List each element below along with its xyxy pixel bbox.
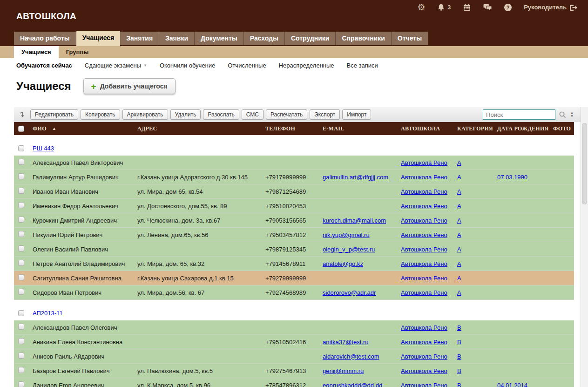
cat-link[interactable]: В bbox=[457, 367, 461, 374]
scrollbar-thumb[interactable] bbox=[582, 123, 587, 204]
email-link[interactable]: galimullin.art@dfgjjj.com bbox=[323, 174, 388, 181]
row-checkbox[interactable] bbox=[18, 274, 24, 280]
table-row[interactable]: Курочкин Дмитрий Андреевичул. Челюскина,… bbox=[14, 213, 574, 228]
school-link[interactable]: Автошкола Рено bbox=[401, 275, 447, 282]
cat-link[interactable]: В bbox=[457, 382, 461, 387]
sub-tab-0[interactable]: Учащиеся bbox=[14, 46, 59, 58]
school-link[interactable]: Автошкола Рено bbox=[401, 339, 447, 346]
column-header-addr[interactable]: АДРЕС bbox=[137, 125, 265, 132]
toolbar-button-5[interactable]: СМС bbox=[242, 109, 264, 120]
cat-link[interactable]: А bbox=[457, 275, 461, 282]
cat-link[interactable]: В bbox=[457, 324, 461, 331]
school-link[interactable]: Автошкола Рено bbox=[401, 324, 447, 331]
column-header-dob[interactable]: ДАТА РОЖДЕНИЯ bbox=[497, 125, 553, 132]
toolbar-button-1[interactable]: Копировать bbox=[81, 109, 120, 120]
table-row[interactable]: Олегин Василий Павлович+79879125345olegi… bbox=[14, 242, 574, 257]
cat-link[interactable]: А bbox=[457, 289, 461, 296]
table-row[interactable]: Базаров Евгений Павловичул. Павлюхина, д… bbox=[14, 364, 574, 378]
school-link[interactable]: Автошкола Рено bbox=[401, 203, 447, 210]
cat-link[interactable]: А bbox=[457, 231, 461, 238]
toolbar-button-8[interactable]: Импорт bbox=[342, 109, 371, 120]
row-checkbox[interactable] bbox=[18, 231, 24, 237]
table-row[interactable]: Аникина Елена Константиновна+79510502416… bbox=[14, 335, 574, 349]
table-row[interactable]: Анисов Раиль Айдаровичaidarovich@test.co… bbox=[14, 349, 574, 364]
table-row[interactable]: Именикин Федор Анатольевичул. Достоевско… bbox=[14, 199, 574, 213]
nav-tab-5[interactable]: Расходы bbox=[244, 32, 285, 45]
column-header-phone[interactable]: ТЕЛЕФОН bbox=[265, 125, 323, 132]
email-link[interactable]: sidororovo@adr.adr bbox=[323, 289, 376, 296]
select-all-checkbox[interactable] bbox=[18, 126, 24, 132]
scroll-to-top-bottom-control[interactable]: ▲ ▼ bbox=[570, 111, 574, 118]
nav-tab-3[interactable]: Заявки bbox=[159, 32, 195, 45]
school-link[interactable]: Автошкола Рено bbox=[401, 188, 447, 195]
email-link[interactable]: genii@mmm.ru bbox=[323, 367, 364, 374]
dob-link[interactable]: 07.03.1990 bbox=[497, 174, 527, 181]
group-link[interactable]: РШ 443 bbox=[33, 145, 54, 152]
school-link[interactable]: Автошкола Рено bbox=[401, 174, 447, 181]
column-header-photo[interactable]: ФОТО bbox=[553, 125, 574, 132]
school-link[interactable]: Автошкола Рено bbox=[401, 353, 447, 360]
cat-link[interactable]: А bbox=[457, 217, 461, 224]
column-header-fio[interactable]: ФИО▲ bbox=[33, 125, 137, 132]
vertical-scrollbar[interactable] bbox=[581, 107, 588, 387]
column-header-school[interactable]: АВТОШКОЛА bbox=[401, 125, 457, 132]
filter-5[interactable]: Все записи bbox=[347, 62, 378, 69]
email-link[interactable]: olegin_v_p@test.ru bbox=[323, 246, 375, 253]
table-row[interactable]: Александров Павел ОлеговичАвтошкола Рено… bbox=[14, 320, 574, 335]
email-link[interactable]: anatole@go.kz bbox=[323, 260, 363, 267]
row-checkbox[interactable] bbox=[18, 159, 24, 165]
school-link[interactable]: Автошкола Рено bbox=[401, 289, 447, 296]
group-checkbox[interactable] bbox=[18, 310, 24, 316]
cat-link[interactable]: А bbox=[457, 260, 461, 267]
cat-link[interactable]: А bbox=[457, 203, 461, 210]
table-row[interactable]: Петров Анатолий Владимировичул. Мира, до… bbox=[14, 257, 574, 271]
table-row[interactable]: Сидоров Иван Петровичул. Мира, дом.56, к… bbox=[14, 285, 574, 300]
search-icon[interactable] bbox=[559, 111, 567, 119]
school-link[interactable]: Автошкола Рено bbox=[401, 159, 447, 166]
search-input[interactable] bbox=[483, 109, 555, 120]
row-checkbox[interactable] bbox=[18, 353, 24, 359]
toolbar-button-2[interactable]: Архивировать bbox=[122, 109, 168, 120]
cat-link[interactable]: А bbox=[457, 159, 461, 166]
cat-link[interactable]: А bbox=[457, 246, 461, 253]
sub-tab-1[interactable]: Группы bbox=[59, 46, 96, 58]
table-row[interactable]: Сагитуллина Сания Рашитовнаг.Казань улиц… bbox=[14, 271, 574, 285]
column-header-email[interactable]: E-MAIL bbox=[323, 125, 401, 132]
calendar-icon[interactable] bbox=[463, 3, 471, 12]
row-checkbox[interactable] bbox=[18, 367, 24, 373]
group-checkbox[interactable] bbox=[18, 145, 24, 151]
dob-link[interactable]: 04.01.2014 bbox=[497, 382, 527, 387]
add-student-button[interactable]: + Добавить учащегося bbox=[83, 78, 176, 94]
cat-link[interactable]: А bbox=[457, 188, 461, 195]
email-link[interactable]: aidarovich@test.com bbox=[323, 353, 379, 360]
row-checkbox[interactable] bbox=[18, 173, 24, 179]
table-row[interactable]: Никулин Юрий Петровичул. Ленина, дом.65,… bbox=[14, 228, 574, 242]
nav-tab-8[interactable]: Отчеты bbox=[392, 32, 428, 45]
row-checkbox[interactable] bbox=[18, 260, 24, 266]
collapse-toolbar-icon[interactable] bbox=[19, 111, 25, 118]
nav-tab-0[interactable]: Начало работы bbox=[14, 32, 76, 45]
column-header-cat[interactable]: КАТЕГОРИЯ bbox=[457, 125, 497, 132]
school-link[interactable]: Автошкола Рено bbox=[401, 246, 447, 253]
cat-link[interactable]: В bbox=[457, 339, 461, 346]
toolbar-button-6[interactable]: Распечатать bbox=[266, 109, 307, 120]
cat-link[interactable]: В bbox=[457, 353, 461, 360]
user-menu[interactable]: Руководитель bbox=[524, 3, 578, 11]
group-link[interactable]: АП2013-11 bbox=[33, 310, 63, 317]
row-checkbox[interactable] bbox=[18, 381, 24, 387]
help-button[interactable]: ? bbox=[504, 4, 512, 11]
email-link[interactable]: kuroch.dima@mail.com bbox=[323, 217, 386, 224]
email-link[interactable]: nik.yup@gmail.ru bbox=[323, 231, 370, 238]
filter-3[interactable]: Отчисленные bbox=[228, 62, 266, 69]
table-row[interactable]: Данилов Егор Андреевичул. К.Маркса, дом.… bbox=[14, 378, 574, 387]
nav-tab-2[interactable]: Занятия bbox=[120, 32, 159, 45]
toolbar-button-4[interactable]: Разослать bbox=[203, 109, 239, 120]
row-checkbox[interactable] bbox=[18, 202, 24, 208]
toolbar-button-7[interactable]: Экспорт bbox=[310, 109, 340, 120]
row-checkbox[interactable] bbox=[18, 217, 24, 223]
toolbar-button-0[interactable]: Редактировать bbox=[30, 109, 78, 120]
nav-tab-1[interactable]: Учащиеся bbox=[76, 31, 121, 46]
table-row[interactable]: Иванов Иван Ивановичул. Мира, дом 65, кв… bbox=[14, 184, 574, 199]
email-link[interactable]: anitka37@test.ru bbox=[323, 339, 368, 346]
filter-2[interactable]: Окончили обучение bbox=[160, 62, 215, 69]
